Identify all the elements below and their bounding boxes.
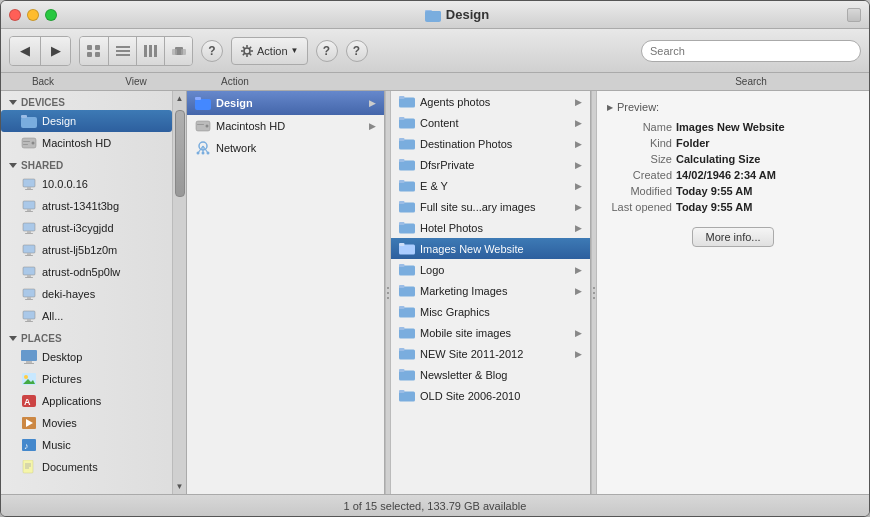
svg-rect-49 — [23, 311, 35, 319]
sidebar-item-10016[interactable]: 10.0.0.16 — [1, 173, 172, 195]
svg-rect-91 — [399, 201, 405, 204]
pane-resize-1[interactable] — [385, 91, 391, 494]
design-folder-header[interactable]: Design ▶ — [187, 91, 384, 115]
maximize-button[interactable] — [45, 9, 57, 21]
list-view-button[interactable] — [108, 37, 136, 65]
folder-icon-hotel — [399, 221, 415, 234]
oldsite-label: OLD Site 2006-2010 — [420, 390, 520, 402]
folder-new-site[interactable]: NEW Site 2011-2012 ▶ — [391, 343, 590, 364]
scroll-down-button[interactable]: ▼ — [176, 479, 184, 494]
sidebar-item-documents[interactable]: Documents — [1, 456, 172, 478]
folder-old-site[interactable]: OLD Site 2006-2010 — [391, 385, 590, 406]
folder-newsletter[interactable]: Newsletter & Blog — [391, 364, 590, 385]
folder-icon-ey — [399, 179, 415, 192]
search-input[interactable] — [641, 40, 861, 62]
forward-button[interactable]: ▶ — [40, 37, 70, 65]
macintosh-hd-item[interactable]: Macintosh HD ▶ — [187, 115, 384, 137]
svg-rect-11 — [149, 45, 152, 57]
places-header: Places — [1, 327, 172, 346]
folder-images-new-website[interactable]: Images New Website — [391, 238, 590, 259]
sidebar-item-music[interactable]: ♪ Music — [1, 434, 172, 456]
newsite-label: NEW Site 2011-2012 — [420, 348, 523, 360]
folder-dfsrprivate[interactable]: DfsrPrivate ▶ — [391, 154, 590, 175]
folder-logo[interactable]: Logo ▶ — [391, 259, 590, 280]
resize-button[interactable] — [847, 8, 861, 22]
network-item-icon — [195, 141, 211, 155]
sidebar-item-pictures[interactable]: Pictures — [1, 368, 172, 390]
minimize-button[interactable] — [27, 9, 39, 21]
action-label: Action — [257, 45, 288, 57]
preview-name-row: Name Images New Website — [607, 121, 859, 133]
hotel-arrow: ▶ — [575, 223, 582, 233]
hard-disk-icon — [21, 136, 37, 150]
more-info-button[interactable]: More info... — [692, 227, 773, 247]
preview-created-row: Created 14/02/1946 2:34 AM — [607, 169, 859, 181]
help-button-1[interactable]: ? — [201, 40, 223, 62]
scroll-up-button[interactable]: ▲ — [176, 91, 184, 106]
logo-arrow: ▶ — [575, 265, 582, 275]
folder-mobile[interactable]: Mobile site images ▶ — [391, 322, 590, 343]
svg-rect-89 — [399, 180, 405, 183]
icon-view-button[interactable] — [80, 37, 108, 65]
pane-resize-2[interactable] — [591, 91, 597, 494]
folder-content[interactable]: Content ▶ — [391, 112, 590, 133]
fullsite-label: Full site su...ary images — [420, 201, 536, 213]
action-button[interactable]: Action ▼ — [231, 37, 308, 65]
pc-icon-3 — [21, 242, 37, 258]
back-button[interactable]: ◀ — [10, 37, 40, 65]
folder-ey[interactable]: E & Y ▶ — [391, 175, 590, 196]
sidebar-item-all[interactable]: All... — [1, 305, 172, 327]
status-text: 1 of 15 selected, 133.79 GB available — [344, 500, 527, 512]
coverflow-view-button[interactable] — [164, 37, 192, 65]
svg-point-28 — [32, 142, 35, 145]
svg-rect-81 — [399, 96, 405, 99]
sidebar-folder-icon — [21, 114, 37, 128]
shared-chevron — [9, 163, 17, 168]
sidebar-item-desktop[interactable]: Desktop — [1, 346, 172, 368]
coverflow-view-icon — [172, 45, 186, 57]
sidebar-item-design-folder[interactable]: Design — [1, 110, 172, 132]
files-folder-list: Agents photos ▶ Content ▶ — [391, 91, 590, 494]
svg-rect-95 — [399, 243, 405, 246]
window-title: Design — [67, 7, 847, 22]
svg-rect-101 — [399, 306, 405, 309]
preview-kind-value: Folder — [676, 137, 859, 149]
sidebar-scrollbar[interactable]: ▲ ▼ — [172, 91, 186, 494]
folder-destination-photos[interactable]: Destination Photos ▶ — [391, 133, 590, 154]
help-button-2[interactable]: ? — [316, 40, 338, 62]
sidebar-item-applications[interactable]: A Applications — [1, 390, 172, 412]
folder-marketing[interactable]: Marketing Images ▶ — [391, 280, 590, 301]
sidebar-item-deki[interactable]: deki-hayes — [1, 283, 172, 305]
scroll-thumb[interactable] — [175, 110, 185, 197]
music-icon: ♪ — [21, 437, 37, 453]
folder-misc[interactable]: Misc Graphics — [391, 301, 590, 322]
network-item[interactable]: Network — [187, 137, 384, 159]
hd-icon — [21, 135, 37, 151]
folder-agents-photos[interactable]: Agents photos ▶ — [391, 91, 590, 112]
devices-header: Devices — [1, 91, 172, 110]
sidebar-item-atrust3[interactable]: atrust-lj5b1z0m — [1, 239, 172, 261]
pc-icon-5 — [21, 286, 37, 302]
sidebar-item-macintosh-hd[interactable]: Macintosh HD — [1, 132, 172, 154]
folder-icon-logo — [399, 263, 415, 276]
sidebar-item-movies[interactable]: Movies — [1, 412, 172, 434]
icon-view-icon — [87, 45, 101, 57]
folder-full-site[interactable]: Full site su...ary images ▶ — [391, 196, 590, 217]
column-view-button[interactable] — [136, 37, 164, 65]
movies-icon — [21, 415, 37, 431]
help-button-3[interactable]: ? — [346, 40, 368, 62]
destination-arrow: ▶ — [575, 139, 582, 149]
list-view-icon — [116, 45, 130, 57]
back-label: Back — [9, 76, 77, 87]
panes-area: Design ▶ Macintosh HD ▶ — [187, 91, 869, 494]
close-button[interactable] — [9, 9, 21, 21]
svg-rect-40 — [23, 245, 35, 253]
sidebar-item-atrust4[interactable]: atrust-odn5p0lw — [1, 261, 172, 283]
sidebar-item-atrust2[interactable]: atrust-i3cygjdd — [1, 217, 172, 239]
macintosh-hd-icon — [195, 119, 211, 133]
preview-size-row: Size Calculating Size — [607, 153, 859, 165]
sidebar-scroll[interactable]: Devices Design — [1, 91, 172, 494]
svg-rect-97 — [399, 264, 405, 267]
folder-hotel-photos[interactable]: Hotel Photos ▶ — [391, 217, 590, 238]
sidebar-item-atrust1[interactable]: atrust-1341t3bg — [1, 195, 172, 217]
